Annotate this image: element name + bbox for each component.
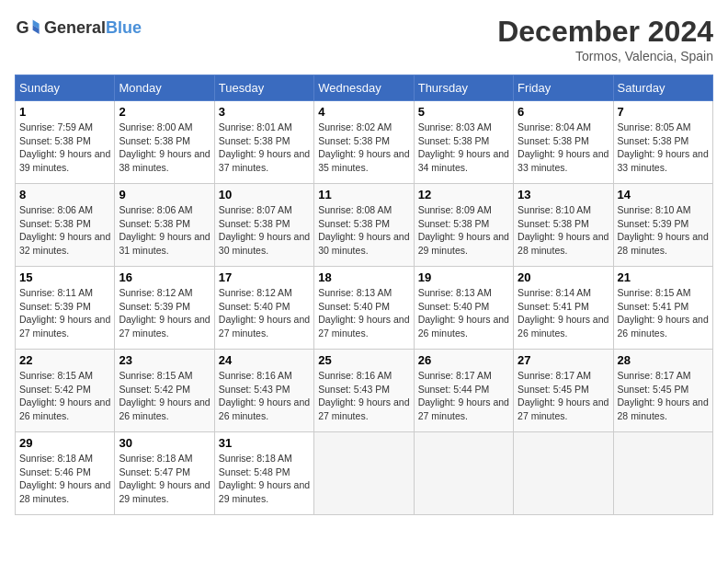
- calendar-cell: [414, 432, 513, 515]
- calendar-cell: 13Sunrise: 8:10 AMSunset: 5:38 PMDayligh…: [514, 184, 613, 267]
- day-info: Sunrise: 8:17 AMSunset: 5:45 PMDaylight:…: [518, 369, 609, 423]
- calendar-body: 1Sunrise: 7:59 AMSunset: 5:38 PMDaylight…: [16, 101, 713, 515]
- calendar-cell: 17Sunrise: 8:12 AMSunset: 5:40 PMDayligh…: [214, 267, 313, 350]
- calendar-cell: 30Sunrise: 8:18 AMSunset: 5:47 PMDayligh…: [115, 432, 214, 515]
- calendar-cell: 10Sunrise: 8:07 AMSunset: 5:38 PMDayligh…: [214, 184, 313, 267]
- day-number: 2: [119, 105, 210, 119]
- day-number: 18: [318, 270, 409, 284]
- day-number: 24: [219, 353, 310, 367]
- month-title: December 2024: [497, 15, 713, 49]
- calendar-cell: 15Sunrise: 8:11 AMSunset: 5:39 PMDayligh…: [16, 267, 115, 350]
- day-info: Sunrise: 8:15 AMSunset: 5:42 PMDaylight:…: [19, 369, 110, 423]
- weekday-sunday: Sunday: [16, 75, 115, 101]
- day-info: Sunrise: 8:04 AMSunset: 5:38 PMDaylight:…: [518, 121, 609, 175]
- day-number: 4: [318, 105, 409, 119]
- day-number: 19: [418, 270, 509, 284]
- day-info: Sunrise: 8:06 AMSunset: 5:38 PMDaylight:…: [119, 203, 210, 258]
- weekday-header-row: SundayMondayTuesdayWednesdayThursdayFrid…: [16, 75, 713, 101]
- day-info: Sunrise: 8:15 AMSunset: 5:42 PMDaylight:…: [119, 369, 210, 423]
- day-info: Sunrise: 8:16 AMSunset: 5:43 PMDaylight:…: [219, 369, 310, 423]
- day-info: Sunrise: 8:18 AMSunset: 5:47 PMDaylight:…: [119, 452, 210, 506]
- title-area: December 2024 Tormos, Valencia, Spain: [497, 15, 713, 63]
- day-number: 13: [518, 188, 609, 201]
- day-info: Sunrise: 8:01 AMSunset: 5:38 PMDaylight:…: [219, 121, 310, 175]
- calendar-cell: 8Sunrise: 8:06 AMSunset: 5:38 PMDaylight…: [16, 184, 115, 267]
- day-number: 20: [518, 270, 609, 284]
- svg-text:G: G: [16, 18, 28, 37]
- day-number: 30: [119, 436, 210, 450]
- calendar-cell: 11Sunrise: 8:08 AMSunset: 5:38 PMDayligh…: [314, 184, 414, 267]
- calendar-cell: 23Sunrise: 8:15 AMSunset: 5:42 PMDayligh…: [115, 350, 214, 432]
- day-number: 6: [518, 105, 609, 119]
- day-number: 8: [19, 188, 110, 201]
- logo: G GeneralBlue: [15, 15, 142, 40]
- day-info: Sunrise: 8:10 AMSunset: 5:38 PMDaylight:…: [518, 203, 609, 258]
- calendar-cell: 27Sunrise: 8:17 AMSunset: 5:45 PMDayligh…: [514, 350, 613, 432]
- weekday-tuesday: Tuesday: [214, 75, 313, 101]
- calendar-cell: 19Sunrise: 8:13 AMSunset: 5:40 PMDayligh…: [414, 267, 513, 350]
- day-number: 31: [219, 436, 310, 450]
- calendar-cell: 22Sunrise: 8:15 AMSunset: 5:42 PMDayligh…: [16, 350, 115, 432]
- day-number: 28: [618, 353, 709, 367]
- day-info: Sunrise: 8:17 AMSunset: 5:45 PMDaylight:…: [618, 369, 709, 423]
- header: G GeneralBlue December 2024 Tormos, Vale…: [15, 15, 713, 63]
- day-number: 16: [119, 270, 210, 284]
- calendar-cell: 31Sunrise: 8:18 AMSunset: 5:48 PMDayligh…: [214, 432, 313, 515]
- day-info: Sunrise: 8:03 AMSunset: 5:38 PMDaylight:…: [418, 121, 509, 175]
- calendar-cell: 24Sunrise: 8:16 AMSunset: 5:43 PMDayligh…: [214, 350, 313, 432]
- day-number: 14: [618, 188, 709, 201]
- day-info: Sunrise: 8:10 AMSunset: 5:39 PMDaylight:…: [618, 203, 709, 258]
- location-title: Tormos, Valencia, Spain: [497, 49, 713, 63]
- day-info: Sunrise: 8:13 AMSunset: 5:40 PMDaylight:…: [318, 286, 409, 340]
- day-number: 11: [318, 188, 409, 201]
- day-info: Sunrise: 8:15 AMSunset: 5:41 PMDaylight:…: [618, 286, 709, 340]
- calendar-cell: 12Sunrise: 8:09 AMSunset: 5:38 PMDayligh…: [414, 184, 513, 267]
- day-number: 7: [618, 105, 709, 119]
- calendar-cell: 9Sunrise: 8:06 AMSunset: 5:38 PMDaylight…: [115, 184, 214, 267]
- logo-text: GeneralBlue: [44, 18, 142, 38]
- calendar-week-4: 22Sunrise: 8:15 AMSunset: 5:42 PMDayligh…: [16, 350, 713, 432]
- day-number: 10: [219, 188, 310, 201]
- day-info: Sunrise: 8:12 AMSunset: 5:39 PMDaylight:…: [119, 286, 210, 340]
- day-number: 1: [19, 105, 110, 119]
- day-number: 12: [418, 188, 509, 201]
- day-number: 22: [19, 353, 110, 367]
- calendar-cell: 16Sunrise: 8:12 AMSunset: 5:39 PMDayligh…: [115, 267, 214, 350]
- calendar-week-1: 1Sunrise: 7:59 AMSunset: 5:38 PMDaylight…: [16, 101, 713, 184]
- logo-general: General: [44, 18, 106, 37]
- calendar-cell: 18Sunrise: 8:13 AMSunset: 5:40 PMDayligh…: [314, 267, 414, 350]
- day-info: Sunrise: 8:17 AMSunset: 5:44 PMDaylight:…: [418, 369, 509, 423]
- day-info: Sunrise: 8:07 AMSunset: 5:38 PMDaylight:…: [219, 203, 310, 258]
- day-info: Sunrise: 8:13 AMSunset: 5:40 PMDaylight:…: [418, 286, 509, 340]
- day-info: Sunrise: 8:18 AMSunset: 5:48 PMDaylight:…: [219, 452, 310, 506]
- calendar-cell: 4Sunrise: 8:02 AMSunset: 5:38 PMDaylight…: [314, 101, 414, 184]
- day-info: Sunrise: 8:16 AMSunset: 5:43 PMDaylight:…: [318, 369, 409, 423]
- day-number: 27: [518, 353, 609, 367]
- logo-icon: G: [15, 15, 40, 40]
- day-info: Sunrise: 8:02 AMSunset: 5:38 PMDaylight:…: [318, 121, 409, 175]
- day-number: 9: [119, 188, 210, 201]
- weekday-friday: Friday: [514, 75, 613, 101]
- calendar-cell: 26Sunrise: 8:17 AMSunset: 5:44 PMDayligh…: [414, 350, 513, 432]
- day-info: Sunrise: 8:18 AMSunset: 5:46 PMDaylight:…: [19, 452, 110, 506]
- calendar-cell: [613, 432, 712, 515]
- logo-blue: Blue: [106, 18, 142, 37]
- day-number: 15: [19, 270, 110, 284]
- weekday-wednesday: Wednesday: [314, 75, 414, 101]
- day-info: Sunrise: 8:05 AMSunset: 5:38 PMDaylight:…: [618, 121, 709, 175]
- calendar-cell: [314, 432, 414, 515]
- day-number: 17: [219, 270, 310, 284]
- day-info: Sunrise: 8:11 AMSunset: 5:39 PMDaylight:…: [19, 286, 110, 340]
- calendar-cell: 6Sunrise: 8:04 AMSunset: 5:38 PMDaylight…: [514, 101, 613, 184]
- calendar-cell: 3Sunrise: 8:01 AMSunset: 5:38 PMDaylight…: [214, 101, 313, 184]
- day-number: 21: [618, 270, 709, 284]
- calendar-cell: 7Sunrise: 8:05 AMSunset: 5:38 PMDaylight…: [613, 101, 712, 184]
- day-number: 26: [418, 353, 509, 367]
- calendar-table: SundayMondayTuesdayWednesdayThursdayFrid…: [15, 75, 713, 515]
- day-info: Sunrise: 8:08 AMSunset: 5:38 PMDaylight:…: [318, 203, 409, 258]
- day-info: Sunrise: 8:09 AMSunset: 5:38 PMDaylight:…: [418, 203, 509, 258]
- calendar-cell: [514, 432, 613, 515]
- calendar-cell: 2Sunrise: 8:00 AMSunset: 5:38 PMDaylight…: [115, 101, 214, 184]
- calendar-week-3: 15Sunrise: 8:11 AMSunset: 5:39 PMDayligh…: [16, 267, 713, 350]
- calendar-cell: 14Sunrise: 8:10 AMSunset: 5:39 PMDayligh…: [613, 184, 712, 267]
